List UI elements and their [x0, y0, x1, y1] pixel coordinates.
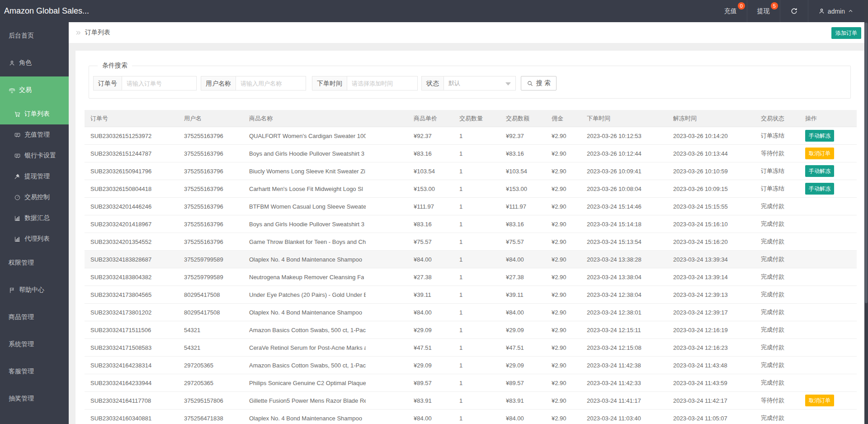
cell-status: 完成付款: [761, 220, 805, 228]
cell-order-no: SUB230324171508583: [90, 344, 184, 351]
username-field-label: 用户名称: [201, 76, 236, 91]
cell-product: QUALFORT Women's Cardigan Sweater 100%: [249, 133, 366, 139]
cell-amount: ¥103.54: [506, 168, 552, 175]
table-row[interactable]: SUB230326151244787 375255163796 Boys and…: [85, 145, 857, 162]
cell-order-no: SUB230324201446246: [90, 203, 184, 210]
row-action-button[interactable]: 手动解冻: [805, 130, 834, 142]
cell-status: 完成付款: [761, 255, 805, 263]
row-action-button[interactable]: 手动解冻: [805, 165, 834, 177]
table-row[interactable]: SUB230324171508583 54321 CeraVe Retinol …: [85, 339, 857, 357]
window-scrollbar[interactable]: [864, 0, 868, 424]
sidebar-item[interactable]: 角色: [0, 49, 69, 76]
chevron-down-icon: [505, 82, 511, 86]
row-action-button[interactable]: 手动解冻: [805, 183, 834, 195]
refresh-button[interactable]: [780, 0, 808, 22]
column-header: 操作: [805, 114, 857, 123]
row-action-button[interactable]: 取消订单: [805, 395, 834, 406]
table-row[interactable]: SUB230324201418967 375255163796 Boys and…: [85, 215, 857, 233]
order-no-input[interactable]: [122, 76, 197, 91]
sidebar-item[interactable]: 权限管理: [0, 249, 69, 276]
page-title: 订单列表: [85, 29, 110, 37]
table-row[interactable]: SUB230324183828687 375259799589 Olaplex …: [85, 251, 857, 268]
cell-user: 375255163796: [184, 150, 249, 157]
cell-order-time: 2023-03-26 10:09:41: [587, 168, 673, 175]
table-row[interactable]: SUB230324173801202 80295417508 Olaplex N…: [85, 304, 857, 321]
sidebar-item[interactable]: 客服管理: [0, 358, 69, 385]
sidebar-item-icon: [14, 152, 21, 159]
sidebar-item[interactable]: 帮助中心: [0, 276, 69, 304]
sidebar-item[interactable]: 交易控制: [0, 187, 69, 208]
sidebar-item[interactable]: 后台首页: [0, 22, 69, 49]
table-row[interactable]: SUB230324160340881 375256471838 Olaplex …: [85, 410, 857, 424]
cell-order-no: SUB230326150804418: [90, 186, 184, 192]
cell-user: 375256471838: [184, 415, 249, 422]
sidebar-item[interactable]: 数据汇总: [0, 208, 69, 229]
sidebar-item[interactable]: 抽奖管理: [0, 385, 69, 412]
table-row[interactable]: SUB230324173804565 80295417508 Under Eye…: [85, 286, 857, 304]
username-input[interactable]: [236, 76, 306, 91]
table-row[interactable]: SUB230324164233944 297205365 Philips Son…: [85, 374, 857, 392]
cell-order-time: 2023-03-24 12:38:01: [587, 309, 673, 316]
cell-product: Boys and Girls Hoodie Pullover Sweatshir…: [249, 150, 364, 157]
sidebar-item[interactable]: 提现管理: [0, 166, 69, 187]
cell-amount: ¥83.91: [506, 397, 552, 404]
cell-status: 订单冻结: [761, 185, 805, 193]
sidebar-item[interactable]: 交易: [0, 76, 69, 104]
cell-user: 80295417508: [184, 309, 249, 316]
cell-unfreeze-time: 2023-03-24 11:42:17: [673, 397, 761, 404]
cell-unfreeze-time: 2023-03-24 12:39:13: [673, 291, 761, 298]
sidebar-item-label: 充值管理: [24, 131, 50, 139]
row-action-button[interactable]: 取消订单: [805, 148, 834, 159]
sidebar-item[interactable]: 代理列表: [0, 229, 69, 249]
cell-product: Amazon Basics Cotton Swabs, 500 ct, 1-Pa…: [249, 327, 366, 333]
table-row[interactable]: SUB230324164238314 297205365 Amazon Basi…: [85, 357, 857, 374]
admin-menu[interactable]: admin: [808, 0, 863, 22]
sidebar-item[interactable]: 系统管理: [0, 331, 69, 358]
sidebar-item-label: 数据汇总: [24, 214, 50, 222]
sidebar-item[interactable]: 商品管理: [0, 304, 69, 331]
double-arrow-icon: [75, 29, 82, 36]
cell-amount: ¥29.09: [506, 327, 552, 333]
cell-status: 完成付款: [761, 202, 805, 210]
sidebar-item-label: 后台首页: [9, 32, 34, 40]
column-header: 佣金: [552, 114, 587, 123]
table-row[interactable]: SUB230324201446246 375255163796 BTFBM Wo…: [85, 198, 857, 215]
table-row[interactable]: SUB230326150804418 375255163796 Carhartt…: [85, 180, 857, 198]
sidebar-item-label: 交易控制: [24, 193, 50, 201]
sidebar-item-label: 帮助中心: [19, 286, 44, 294]
sidebar-item-icon: [9, 87, 15, 94]
orders-table: 订单号 用户名 商品名称 商品单价 交易数量 交易数额 佣金 下单时间 解冻时间…: [85, 110, 857, 424]
search-panel-legend: 条件搜索: [98, 62, 132, 70]
sidebar-item-icon: [14, 215, 21, 222]
table-row[interactable]: SUB230326151253972 375255163796 QUALFORT…: [85, 127, 857, 145]
cell-order-time: 2023-03-26 10:08:04: [587, 186, 673, 192]
cell-user: 375255163796: [184, 168, 249, 175]
sidebar-item[interactable]: 订单列表: [0, 104, 69, 124]
table-row[interactable]: SUB230324164117708 375295157806 Gillette…: [85, 392, 857, 410]
status-field-group: 状态 默认: [421, 76, 516, 91]
column-header: 交易数额: [506, 114, 552, 123]
cell-price: ¥47.51: [414, 344, 459, 351]
cell-qty: 1: [459, 274, 506, 281]
cell-qty: 1: [459, 150, 506, 157]
search-button[interactable]: 搜 索: [521, 76, 557, 91]
sidebar-item-label: 角色: [19, 59, 32, 67]
cell-order-time: 2023-03-24 12:15:08: [587, 344, 673, 351]
status-select-value: 默认: [448, 79, 460, 87]
sidebar-item[interactable]: 银行卡设置: [0, 145, 69, 166]
add-order-button[interactable]: 添加订单: [831, 27, 861, 39]
table-row[interactable]: SUB230324201354552 375255163796 Game Thr…: [85, 233, 857, 251]
status-select[interactable]: 默认: [443, 76, 516, 91]
table-row[interactable]: SUB230324171511506 54321 Amazon Basics C…: [85, 321, 857, 339]
order-time-input[interactable]: [347, 76, 418, 91]
table-row[interactable]: SUB230326150941796 375255163796 Biucly W…: [85, 162, 857, 180]
cell-amount: ¥89.57: [506, 380, 552, 386]
sidebar-item[interactable]: 充值管理: [0, 124, 69, 145]
breadcrumb-bar: 订单列表 添加订单: [69, 22, 868, 43]
recharge-menu-item[interactable]: 充值 0: [714, 0, 747, 22]
withdraw-menu-item[interactable]: 提现 5: [747, 0, 780, 22]
scrollbar-thumb[interactable]: [865, 23, 868, 303]
table-row[interactable]: SUB230324183804382 375259799589 Neutroge…: [85, 268, 857, 286]
cell-order-no: SUB230324164117708: [90, 397, 184, 404]
cell-price: ¥39.11: [414, 291, 459, 298]
